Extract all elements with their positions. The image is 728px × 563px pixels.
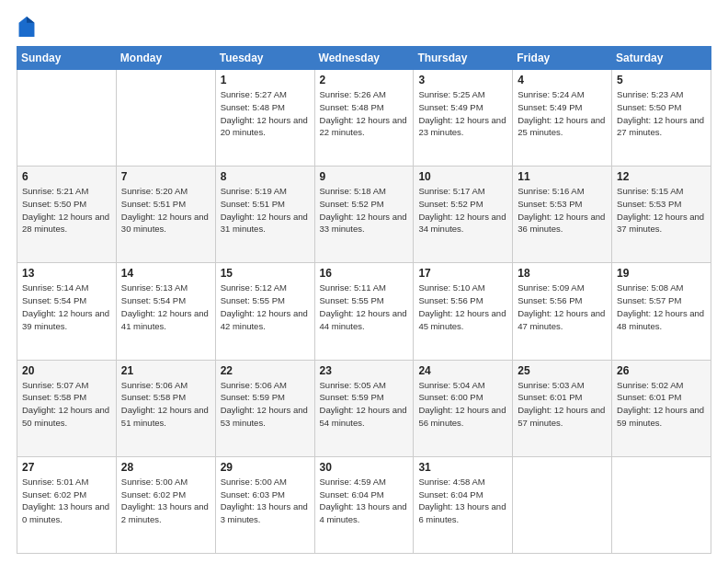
day-detail: Sunrise: 5:00 AM Sunset: 6:03 PM Dayligh…	[221, 476, 310, 526]
day-detail: Sunrise: 5:05 AM Sunset: 5:59 PM Dayligh…	[320, 379, 409, 430]
calendar-header-saturday: Saturday	[612, 47, 711, 70]
day-number: 7	[121, 170, 210, 183]
day-number: 24	[418, 364, 507, 377]
day-number: 3	[418, 74, 507, 86]
day-detail: Sunrise: 5:26 AM Sunset: 5:48 PM Dayligh…	[320, 88, 409, 139]
day-detail: Sunrise: 5:25 AM Sunset: 5:49 PM Dayligh…	[418, 88, 507, 139]
calendar-cell: 7Sunrise: 5:20 AM Sunset: 5:51 PM Daylig…	[116, 167, 215, 263]
day-detail: Sunrise: 5:17 AM Sunset: 5:52 PM Dayligh…	[418, 185, 507, 236]
day-number: 12	[617, 170, 706, 183]
day-number: 31	[418, 461, 507, 474]
week-row-2: 6Sunrise: 5:21 AM Sunset: 5:50 PM Daylig…	[17, 167, 711, 263]
day-detail: Sunrise: 5:04 AM Sunset: 6:00 PM Dayligh…	[418, 379, 507, 430]
day-detail: Sunrise: 5:02 AM Sunset: 6:01 PM Dayligh…	[617, 379, 706, 430]
day-number: 11	[518, 170, 607, 183]
calendar-cell: 17Sunrise: 5:10 AM Sunset: 5:56 PM Dayli…	[414, 263, 513, 360]
calendar-cell	[513, 456, 612, 553]
calendar-cell: 28Sunrise: 5:00 AM Sunset: 6:02 PM Dayli…	[116, 456, 215, 553]
svg-marker-1	[27, 17, 34, 23]
calendar-cell	[116, 70, 215, 167]
page: SundayMondayTuesdayWednesdayThursdayFrid…	[0, 0, 728, 563]
day-number: 21	[121, 364, 210, 377]
calendar-header-thursday: Thursday	[414, 47, 513, 70]
calendar-cell: 22Sunrise: 5:06 AM Sunset: 5:59 PM Dayli…	[215, 360, 314, 456]
day-number: 4	[518, 74, 607, 86]
day-detail: Sunrise: 5:07 AM Sunset: 5:58 PM Dayligh…	[22, 379, 111, 430]
calendar-cell: 23Sunrise: 5:05 AM Sunset: 5:59 PM Dayli…	[314, 360, 414, 456]
calendar-cell: 30Sunrise: 4:59 AM Sunset: 6:04 PM Dayli…	[314, 456, 414, 553]
calendar-cell	[17, 70, 117, 167]
day-detail: Sunrise: 5:09 AM Sunset: 5:56 PM Dayligh…	[518, 282, 607, 332]
day-number: 23	[320, 364, 409, 377]
day-number: 27	[22, 461, 111, 474]
day-number: 16	[320, 267, 409, 280]
calendar-cell: 6Sunrise: 5:21 AM Sunset: 5:50 PM Daylig…	[17, 167, 117, 263]
day-number: 9	[320, 170, 409, 183]
day-number: 6	[22, 170, 111, 183]
day-number: 1	[221, 74, 310, 86]
calendar-cell: 29Sunrise: 5:00 AM Sunset: 6:03 PM Dayli…	[215, 456, 314, 553]
day-number: 28	[121, 461, 210, 474]
calendar-cell: 8Sunrise: 5:19 AM Sunset: 5:51 PM Daylig…	[215, 167, 314, 263]
calendar-header-monday: Monday	[116, 47, 215, 70]
day-detail: Sunrise: 5:14 AM Sunset: 5:54 PM Dayligh…	[22, 282, 111, 332]
day-detail: Sunrise: 5:12 AM Sunset: 5:55 PM Dayligh…	[221, 282, 310, 332]
day-number: 20	[22, 364, 111, 377]
day-number: 5	[617, 74, 706, 86]
day-detail: Sunrise: 5:06 AM Sunset: 5:59 PM Dayligh…	[221, 379, 310, 430]
calendar-cell: 2Sunrise: 5:26 AM Sunset: 5:48 PM Daylig…	[314, 70, 414, 167]
calendar-cell: 16Sunrise: 5:11 AM Sunset: 5:55 PM Dayli…	[314, 263, 414, 360]
calendar-cell: 12Sunrise: 5:15 AM Sunset: 5:53 PM Dayli…	[612, 167, 711, 263]
calendar-table: SundayMondayTuesdayWednesdayThursdayFrid…	[17, 46, 711, 554]
calendar-cell	[612, 456, 711, 553]
day-detail: Sunrise: 5:13 AM Sunset: 5:54 PM Dayligh…	[121, 282, 210, 332]
day-number: 29	[221, 461, 310, 474]
calendar-cell: 20Sunrise: 5:07 AM Sunset: 5:58 PM Dayli…	[17, 360, 117, 456]
day-number: 17	[418, 267, 507, 280]
calendar-cell: 14Sunrise: 5:13 AM Sunset: 5:54 PM Dayli…	[116, 263, 215, 360]
day-detail: Sunrise: 5:15 AM Sunset: 5:53 PM Dayligh…	[617, 185, 706, 236]
calendar-cell: 31Sunrise: 4:58 AM Sunset: 6:04 PM Dayli…	[414, 456, 513, 553]
calendar-cell: 10Sunrise: 5:17 AM Sunset: 5:52 PM Dayli…	[414, 167, 513, 263]
day-detail: Sunrise: 5:10 AM Sunset: 5:56 PM Dayligh…	[418, 282, 507, 332]
calendar-header-sunday: Sunday	[17, 47, 117, 70]
day-number: 18	[518, 267, 607, 280]
day-number: 14	[121, 267, 210, 280]
week-row-3: 13Sunrise: 5:14 AM Sunset: 5:54 PM Dayli…	[17, 263, 711, 360]
day-number: 30	[320, 461, 409, 474]
calendar-header-friday: Friday	[513, 47, 612, 70]
day-number: 10	[418, 170, 507, 183]
day-detail: Sunrise: 5:23 AM Sunset: 5:50 PM Dayligh…	[617, 88, 706, 139]
week-row-5: 27Sunrise: 5:01 AM Sunset: 6:02 PM Dayli…	[17, 456, 711, 553]
calendar-cell: 24Sunrise: 5:04 AM Sunset: 6:00 PM Dayli…	[414, 360, 513, 456]
day-detail: Sunrise: 5:06 AM Sunset: 5:58 PM Dayligh…	[121, 379, 210, 430]
calendar-cell: 21Sunrise: 5:06 AM Sunset: 5:58 PM Dayli…	[116, 360, 215, 456]
day-detail: Sunrise: 5:27 AM Sunset: 5:48 PM Dayligh…	[221, 88, 310, 139]
calendar-header-row: SundayMondayTuesdayWednesdayThursdayFrid…	[17, 47, 711, 70]
day-detail: Sunrise: 5:20 AM Sunset: 5:51 PM Dayligh…	[121, 185, 210, 236]
logo	[17, 17, 39, 37]
generalblue-icon	[18, 17, 35, 37]
calendar-cell: 1Sunrise: 5:27 AM Sunset: 5:48 PM Daylig…	[215, 70, 314, 167]
week-row-4: 20Sunrise: 5:07 AM Sunset: 5:58 PM Dayli…	[17, 360, 711, 456]
day-number: 15	[221, 267, 310, 280]
day-detail: Sunrise: 5:08 AM Sunset: 5:57 PM Dayligh…	[617, 282, 706, 332]
day-detail: Sunrise: 5:19 AM Sunset: 5:51 PM Dayligh…	[221, 185, 310, 236]
day-detail: Sunrise: 5:11 AM Sunset: 5:55 PM Dayligh…	[320, 282, 409, 332]
calendar-cell: 13Sunrise: 5:14 AM Sunset: 5:54 PM Dayli…	[17, 263, 117, 360]
day-number: 13	[22, 267, 111, 280]
day-detail: Sunrise: 5:18 AM Sunset: 5:52 PM Dayligh…	[320, 185, 409, 236]
day-detail: Sunrise: 5:21 AM Sunset: 5:50 PM Dayligh…	[22, 185, 111, 236]
day-detail: Sunrise: 5:01 AM Sunset: 6:02 PM Dayligh…	[22, 476, 111, 526]
calendar-cell: 18Sunrise: 5:09 AM Sunset: 5:56 PM Dayli…	[513, 263, 612, 360]
day-number: 2	[320, 74, 409, 86]
calendar-header-tuesday: Tuesday	[215, 47, 314, 70]
day-number: 26	[617, 364, 706, 377]
day-number: 25	[518, 364, 607, 377]
calendar-cell: 4Sunrise: 5:24 AM Sunset: 5:49 PM Daylig…	[513, 70, 612, 167]
day-detail: Sunrise: 4:58 AM Sunset: 6:04 PM Dayligh…	[418, 476, 507, 526]
day-detail: Sunrise: 5:24 AM Sunset: 5:49 PM Dayligh…	[518, 88, 607, 139]
day-detail: Sunrise: 5:16 AM Sunset: 5:53 PM Dayligh…	[518, 185, 607, 236]
day-detail: Sunrise: 5:00 AM Sunset: 6:02 PM Dayligh…	[121, 476, 210, 526]
calendar-cell: 9Sunrise: 5:18 AM Sunset: 5:52 PM Daylig…	[314, 167, 414, 263]
